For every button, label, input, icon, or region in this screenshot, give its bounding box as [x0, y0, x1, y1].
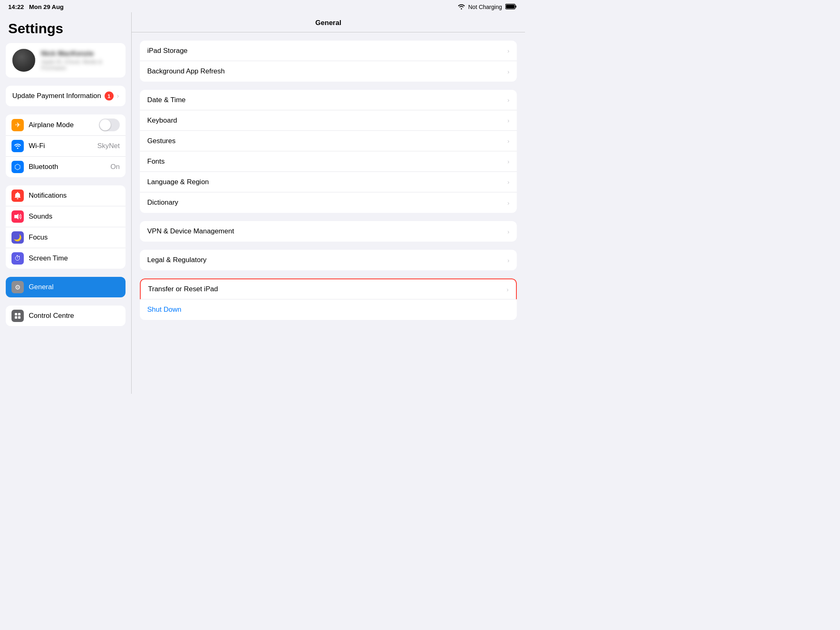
bluetooth-icon: ⬡	[11, 161, 24, 173]
keyboard-label: Keyboard	[147, 116, 177, 125]
airplane-toggle[interactable]	[99, 119, 120, 131]
panel-row-legal[interactable]: Legal & Regulatory ›	[140, 250, 517, 270]
wifi-sidebar-icon	[11, 140, 24, 152]
status-time: 14:22	[8, 3, 24, 10]
background-app-refresh-label: Background App Refresh	[147, 67, 225, 75]
screentime-icon: ⏱	[11, 252, 24, 265]
general-icon: ⚙	[11, 281, 24, 293]
focus-icon: 🌙	[11, 231, 24, 244]
airplane-icon: ✈	[11, 119, 24, 131]
avatar	[12, 49, 35, 72]
panel-row-shutdown[interactable]: Shut Down	[140, 299, 517, 320]
legal-label: Legal & Regulatory	[147, 256, 207, 264]
screentime-label: Screen Time	[29, 254, 120, 262]
sidebar-item-focus[interactable]: 🌙 Focus	[6, 227, 126, 248]
svg-rect-2	[506, 5, 515, 8]
panel-row-gestures[interactable]: Gestures ›	[140, 131, 517, 151]
right-panel: General iPad Storage › Background App Re…	[132, 12, 525, 394]
sidebar-item-wifi[interactable]: Wi-Fi SkyNet	[6, 136, 126, 157]
settings-group-general: ⚙ General	[6, 277, 126, 297]
controlcentre-label: Control Centre	[29, 312, 120, 320]
wifi-icon	[458, 4, 465, 11]
sidebar-item-notifications[interactable]: Notifications	[6, 185, 126, 206]
sidebar-item-bluetooth[interactable]: ⬡ Bluetooth On	[6, 157, 126, 177]
profile-name: Nick MacKenzie	[41, 50, 119, 58]
status-time-date: 14:22 Mon 29 Aug	[8, 3, 64, 11]
settings-title: Settings	[0, 17, 131, 43]
status-bar: 14:22 Mon 29 Aug Not Charging	[0, 0, 525, 12]
panel-group-transfer: Transfer or Reset iPad › Shut Down	[140, 278, 517, 320]
panel-content: iPad Storage › Background App Refresh › …	[132, 32, 525, 336]
sidebar-item-general[interactable]: ⚙ General	[6, 277, 126, 297]
panel-row-vpn[interactable]: VPN & Device Management ›	[140, 221, 517, 242]
panel-row-date-time[interactable]: Date & Time ›	[140, 90, 517, 110]
profile-card[interactable]: Nick MacKenzie Apple ID, iCloud, Media &…	[6, 43, 126, 78]
shutdown-label: Shut Down	[147, 306, 181, 314]
payment-label: Update Payment Information	[12, 92, 101, 100]
ipad-storage-label: iPad Storage	[147, 47, 187, 55]
bluetooth-value: On	[110, 163, 120, 171]
panel-row-dictionary[interactable]: Dictionary ›	[140, 192, 517, 213]
fonts-label: Fonts	[147, 158, 165, 166]
sidebar-item-sounds[interactable]: Sounds	[6, 206, 126, 227]
panel-row-fonts[interactable]: Fonts ›	[140, 151, 517, 172]
panel-row-language-region[interactable]: Language & Region ›	[140, 172, 517, 192]
sidebar-item-screentime[interactable]: ⏱ Screen Time	[6, 248, 126, 269]
bluetooth-label: Bluetooth	[29, 163, 105, 171]
svg-rect-4	[15, 313, 17, 315]
svg-rect-1	[516, 5, 517, 7]
payment-badge: 1	[105, 91, 114, 100]
gestures-label: Gestures	[147, 137, 176, 145]
focus-label: Focus	[29, 233, 120, 242]
panel-group-legal: Legal & Regulatory ›	[140, 250, 517, 270]
sidebar-item-controlcentre[interactable]: Control Centre	[6, 306, 126, 326]
panel-header: General	[132, 12, 525, 32]
dictionary-label: Dictionary	[147, 199, 178, 207]
settings-group-alerts: Notifications Sounds 🌙 Focus ⏱ Screen	[6, 185, 126, 269]
status-right: Not Charging	[458, 4, 517, 11]
vpn-label: VPN & Device Management	[147, 227, 234, 235]
notifications-label: Notifications	[29, 192, 120, 200]
battery-icon	[505, 4, 517, 11]
language-region-label: Language & Region	[147, 178, 209, 186]
panel-title: General	[140, 19, 517, 27]
payment-right: 1 ›	[105, 91, 119, 100]
date-time-label: Date & Time	[147, 96, 186, 104]
settings-group-control: Control Centre	[6, 306, 126, 326]
settings-group-connectivity: ✈ Airplane Mode Wi-Fi SkyNet ⬡	[6, 114, 126, 177]
svg-marker-3	[14, 214, 18, 219]
toggle-knob	[100, 119, 111, 130]
status-date: Mon 29 Aug	[29, 3, 64, 10]
panel-group-settings: Date & Time › Keyboard › Gestures › Font…	[140, 90, 517, 213]
sidebar-item-airplane[interactable]: ✈ Airplane Mode	[6, 114, 126, 136]
transfer-reset-label: Transfer or Reset iPad	[148, 285, 218, 293]
svg-rect-7	[18, 316, 21, 319]
general-label: General	[29, 283, 120, 291]
profile-info: Nick MacKenzie Apple ID, iCloud, Media &…	[41, 50, 119, 71]
charging-label: Not Charging	[468, 4, 502, 10]
wifi-label: Wi-Fi	[29, 142, 92, 150]
controlcentre-icon	[11, 310, 24, 322]
svg-rect-5	[18, 313, 21, 315]
ipad-storage-chevron: ›	[507, 47, 509, 54]
panel-row-transfer-reset[interactable]: Transfer or Reset iPad ›	[140, 278, 517, 299]
panel-row-ipad-storage[interactable]: iPad Storage ›	[140, 41, 517, 61]
background-app-chevron: ›	[507, 68, 509, 75]
sounds-label: Sounds	[29, 212, 120, 221]
payment-row[interactable]: Update Payment Information 1 ›	[6, 86, 126, 106]
wifi-value: SkyNet	[97, 142, 120, 150]
panel-group-vpn: VPN & Device Management ›	[140, 221, 517, 242]
notifications-icon	[11, 189, 24, 202]
profile-subtitle: Apple ID, iCloud, Media & Purchases	[41, 59, 119, 71]
panel-row-background-app-refresh[interactable]: Background App Refresh ›	[140, 61, 517, 82]
airplane-label: Airplane Mode	[29, 121, 94, 129]
main-layout: Settings Nick MacKenzie Apple ID, iCloud…	[0, 12, 525, 394]
panel-row-keyboard[interactable]: Keyboard ›	[140, 110, 517, 131]
payment-chevron: ›	[117, 92, 119, 100]
svg-rect-6	[15, 316, 17, 319]
sidebar: Settings Nick MacKenzie Apple ID, iCloud…	[0, 12, 131, 394]
sounds-icon	[11, 210, 24, 223]
panel-group-storage: iPad Storage › Background App Refresh ›	[140, 41, 517, 82]
